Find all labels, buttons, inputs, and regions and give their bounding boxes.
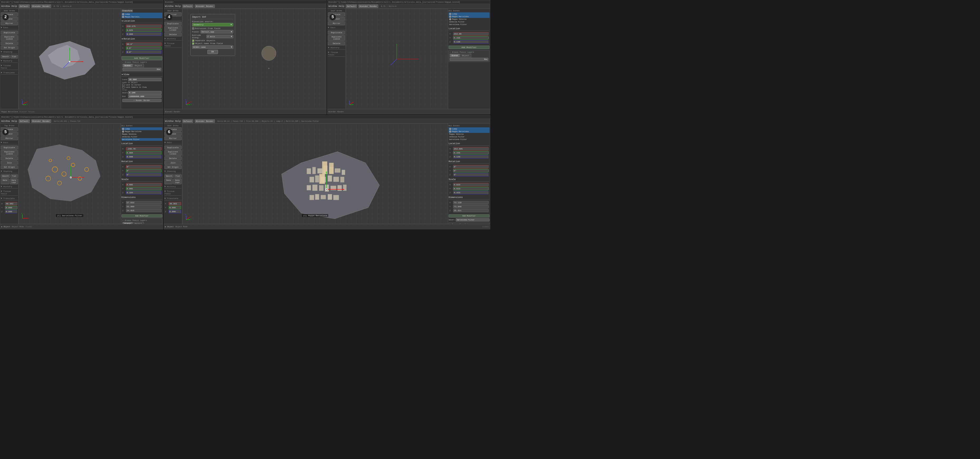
lxf-6[interactable]: 253.005 [453, 147, 489, 151]
obj-mv-6[interactable]: Mappa Venezia [449, 133, 490, 135]
btn-join-5b[interactable]: Join [1, 161, 18, 165]
syf-5b[interactable]: 0.005 [126, 187, 162, 190]
tzf-6[interactable]: 0.000 [169, 210, 181, 213]
add-mod-6[interactable]: Add Modifier [449, 214, 490, 217]
rxf-5b[interactable]: 0° [126, 165, 162, 169]
btn-flat-5b[interactable]: Flat [11, 174, 18, 178]
btn-delete[interactable]: Delete [1, 41, 18, 45]
btn-origin-5b[interactable]: Set Origin [1, 165, 18, 169]
render-5b[interactable]: Blender Render [31, 120, 51, 123]
btn-smooth-6[interactable]: Smooth [164, 174, 174, 178]
rot-z-field-2[interactable]: 0.0° [126, 50, 162, 54]
rzf-6[interactable]: 0° [453, 173, 489, 176]
gp-obj-5t[interactable]: Object [460, 54, 471, 57]
lock-cam-check-2[interactable] [122, 86, 124, 88]
mode-default[interactable]: Default [19, 5, 30, 8]
extrusion-check[interactable] [192, 27, 194, 30]
dzf-6[interactable]: 25.911 [453, 209, 489, 212]
mode-5b[interactable]: Default [19, 120, 30, 123]
yf-5t[interactable]: 6.155 [453, 36, 489, 40]
obj-lamp-5b[interactable]: Lamp [121, 128, 162, 130]
menu-help-5b[interactable]: Help [11, 120, 17, 123]
btn-dup-linked-6[interactable]: Duplicate Linked [164, 150, 181, 156]
gp-new-5t[interactable]: New [450, 58, 488, 61]
btn-dup-6[interactable]: Duplicate [164, 145, 181, 150]
btn-datalayn-5b[interactable]: Data Layn [10, 178, 18, 184]
btn-dup-5t[interactable]: Duplicate [328, 30, 345, 35]
obj-mappa-5b[interactable]: Mappa Barcelona [121, 130, 162, 133]
menu-window-6[interactable]: Window [165, 120, 173, 123]
menu-help-6[interactable]: Help [175, 120, 181, 123]
btn-mirror-6[interactable]: Mirror [164, 136, 181, 140]
dyf-5b[interactable]: 55.000 [126, 205, 162, 208]
sep-objects-check[interactable]: ✓ [192, 40, 194, 41]
obj-mappa-v-5t[interactable]: Mappa Venezia [449, 18, 490, 21]
dxf-5b[interactable]: 57.033 [126, 201, 162, 204]
btn-dup-linked-5b[interactable]: Duplicate Linked [1, 150, 18, 156]
mode-5t[interactable]: Default [346, 5, 357, 8]
obj-lamp-5t[interactable]: Lamp [449, 13, 490, 15]
btn-data-6[interactable]: Data [164, 178, 173, 184]
tx-f-5b[interactable]: 48.362 [5, 202, 18, 206]
btn-mirror[interactable]: Mirror [1, 21, 18, 25]
render-mode-4[interactable]: Blender Render [195, 5, 215, 8]
lzf-6[interactable]: 0.139 [453, 155, 489, 158]
btn-delete-4[interactable]: Delete [164, 32, 181, 37]
btn-mirror-5b[interactable]: Mirror [1, 136, 18, 140]
obj-vf-6[interactable]: venezia-filter [449, 135, 490, 138]
ty-f-5b[interactable]: 0.000 [5, 206, 18, 209]
start-field-2[interactable]: 0.100 [128, 91, 162, 94]
txf-6[interactable]: 48.362 [169, 202, 181, 206]
btn-duplicate[interactable]: Duplicate [1, 30, 18, 35]
obj-mv-5b[interactable]: Mappa Venezia [121, 133, 162, 135]
elev-dropdown[interactable]: Geometry ▼ [192, 23, 233, 26]
mode-6[interactable]: Default [182, 120, 194, 123]
menu-help[interactable]: Help [11, 5, 17, 8]
btn-flat-6[interactable]: Flat [174, 174, 181, 178]
btn-datalayn-6[interactable]: Data Layn [173, 178, 181, 184]
rzf-5b[interactable]: 0° [126, 173, 162, 176]
render-5t[interactable]: Blender Render [358, 5, 378, 8]
ryf-6[interactable]: 0° [453, 169, 489, 172]
lxf-5b[interactable]: -249.76 [126, 147, 162, 151]
ryf-5b[interactable]: 0° [126, 169, 162, 172]
obj-name-check[interactable]: ✓ [192, 43, 194, 45]
loc-y-field-2[interactable]: 3.625 [126, 29, 162, 32]
menu-window-5t[interactable]: Window [328, 5, 337, 8]
tz-f-5b[interactable]: 0.000 [5, 210, 18, 213]
gp-scene-5t[interactable]: Scene [450, 54, 460, 57]
rxf-6[interactable]: 0° [453, 165, 489, 169]
btn-dup-linked-5t[interactable]: Duplicate Linked [328, 35, 345, 41]
tyf-6[interactable]: 0.000 [169, 206, 181, 209]
btn-origin-6[interactable]: Set Origin [164, 165, 181, 169]
end-field-2[interactable]: 10000000.000 [128, 95, 162, 98]
extrude-along-dropdown[interactable]: Z axis ▼ [206, 35, 233, 38]
lock-cursor-check-2[interactable] [122, 84, 124, 86]
gp-object-tab-2[interactable]: Object [133, 64, 144, 67]
add-mod-5b[interactable]: Add Modifier [121, 214, 162, 217]
render-border-2[interactable]: ✓ Render Border [122, 99, 162, 102]
szf-5b[interactable]: 0.104 [126, 191, 162, 194]
menu-window[interactable]: Window [1, 5, 10, 8]
lyf-5b[interactable]: 6.984 [126, 151, 162, 155]
menu-help-5t[interactable]: Help [339, 5, 345, 8]
sxf-6[interactable]: 0.823 [453, 183, 489, 186]
lzf-5b[interactable]: 0.000 [126, 155, 162, 158]
tab-transform-2[interactable]: Transform [121, 10, 133, 12]
dzf-5b[interactable]: 24.856 [126, 209, 162, 212]
field-dropdown[interactable]: Darwin_app ▼ [200, 30, 233, 33]
obj-bcn-5b[interactable]: barcelona-filter [121, 138, 162, 141]
gp-new-2[interactable]: New [123, 68, 161, 71]
btn-duplicate-4[interactable]: Duplicate [164, 22, 181, 26]
mode-default-4[interactable]: Default [182, 5, 194, 8]
obj-lamp-2[interactable]: Lamp [121, 13, 162, 16]
obj-mappa-2[interactable]: Mappa Barcelo… [121, 16, 162, 18]
gp-scene-tab-2[interactable]: Scene [123, 64, 133, 67]
xf-5t[interactable]: 253.00 [453, 32, 489, 36]
loc-z-field-2[interactable]: 0.000 [126, 32, 162, 36]
ok-button[interactable]: OK [207, 50, 218, 54]
add-mod-5t[interactable]: Add Modifier [449, 46, 490, 49]
btn-delete-6[interactable]: Delete [164, 156, 181, 160]
render-mode[interactable]: Blender Render [31, 5, 51, 8]
btn-delete-5t[interactable]: Delete [328, 41, 345, 45]
